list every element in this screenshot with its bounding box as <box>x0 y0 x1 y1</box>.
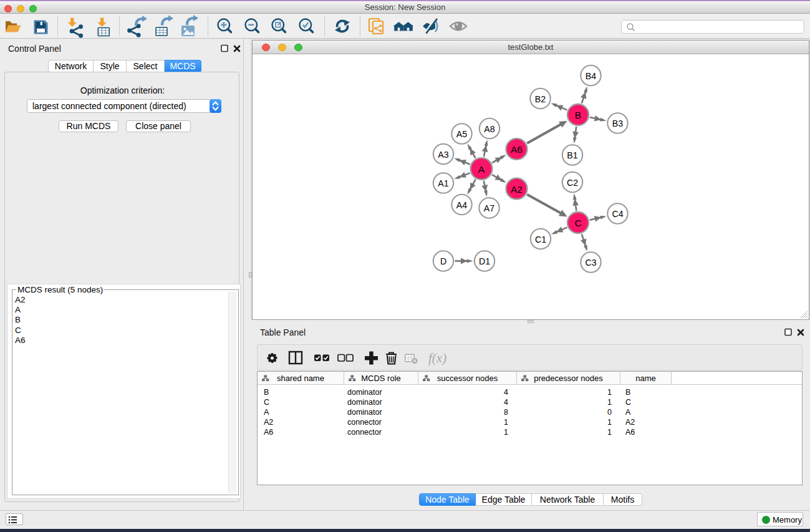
svg-text:B1: B1 <box>567 150 577 160</box>
svg-text:C2: C2 <box>567 178 578 188</box>
svg-text:C1: C1 <box>535 235 546 244</box>
svg-text:A1: A1 <box>438 178 448 188</box>
svg-text:A8: A8 <box>484 124 494 134</box>
svg-text:C3: C3 <box>585 258 596 268</box>
svg-text:f(x): f(x) <box>428 351 446 365</box>
svg-text:B: B <box>575 110 581 120</box>
svg-text:B3: B3 <box>612 118 623 128</box>
svg-text:B4: B4 <box>586 71 596 81</box>
svg-text:A2: A2 <box>511 184 523 195</box>
svg-text:D1: D1 <box>479 256 490 266</box>
svg-text:A6: A6 <box>511 144 523 155</box>
svg-text:C: C <box>574 218 581 228</box>
svg-text:A3: A3 <box>438 150 448 160</box>
svg-text:A4: A4 <box>456 200 467 210</box>
svg-text:C4: C4 <box>612 209 623 219</box>
svg-text:A7: A7 <box>484 203 494 213</box>
svg-text:A5: A5 <box>456 129 467 139</box>
svg-text:A: A <box>478 164 485 175</box>
svg-text:B2: B2 <box>535 94 546 104</box>
svg-text:D: D <box>440 256 446 266</box>
